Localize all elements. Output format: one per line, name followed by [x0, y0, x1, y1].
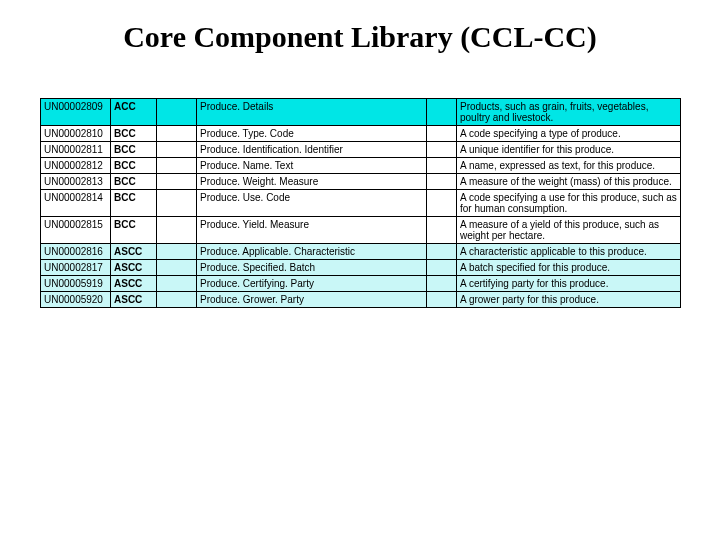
cell-empty-b — [427, 174, 457, 190]
table-row: UN00002814BCCProduce. Use. CodeA code sp… — [41, 190, 681, 217]
cell-description: A characteristic applicable to this prod… — [457, 244, 681, 260]
cell-id: UN00002815 — [41, 217, 111, 244]
cell-description: A grower party for this produce. — [457, 292, 681, 308]
cell-empty-b — [427, 292, 457, 308]
cell-empty-b — [427, 99, 457, 126]
cell-name: Produce. Details — [197, 99, 427, 126]
cell-id: UN00002809 — [41, 99, 111, 126]
cell-id: UN00002811 — [41, 142, 111, 158]
cell-empty-a — [157, 276, 197, 292]
cell-empty-a — [157, 174, 197, 190]
table-container: UN00002809ACCProduce. DetailsProducts, s… — [40, 98, 680, 308]
cell-empty-a — [157, 142, 197, 158]
table-row: UN00002809ACCProduce. DetailsProducts, s… — [41, 99, 681, 126]
cell-description: A measure of a yield of this produce, su… — [457, 217, 681, 244]
cell-empty-a — [157, 260, 197, 276]
table-row: UN00002810BCCProduce. Type. CodeA code s… — [41, 126, 681, 142]
cell-id: UN00002810 — [41, 126, 111, 142]
cell-code: ASCC — [111, 244, 157, 260]
cell-code: BCC — [111, 142, 157, 158]
cell-code: ASCC — [111, 292, 157, 308]
cell-name: Produce. Use. Code — [197, 190, 427, 217]
cell-description: A code specifying a type of produce. — [457, 126, 681, 142]
cell-description: A certifying party for this produce. — [457, 276, 681, 292]
cell-code: BCC — [111, 217, 157, 244]
cell-description: A measure of the weight (mass) of this p… — [457, 174, 681, 190]
table-row: UN00005920ASCCProduce. Grower. PartyA gr… — [41, 292, 681, 308]
cell-id: UN00005920 — [41, 292, 111, 308]
cell-empty-a — [157, 190, 197, 217]
cell-id: UN00002813 — [41, 174, 111, 190]
cell-description: Products, such as grain, fruits, vegetab… — [457, 99, 681, 126]
cell-id: UN00002816 — [41, 244, 111, 260]
cell-empty-b — [427, 260, 457, 276]
cell-description: A name, expressed as text, for this prod… — [457, 158, 681, 174]
cell-name: Produce. Weight. Measure — [197, 174, 427, 190]
cell-empty-b — [427, 158, 457, 174]
table-row: UN00002817ASCCProduce. Specified. BatchA… — [41, 260, 681, 276]
cell-empty-a — [157, 126, 197, 142]
table-row: UN00002812BCCProduce. Name. TextA name, … — [41, 158, 681, 174]
cell-name: Produce. Identification. Identifier — [197, 142, 427, 158]
cell-name: Produce. Type. Code — [197, 126, 427, 142]
cell-empty-b — [427, 142, 457, 158]
slide: Core Component Library (CCL-CC) UN000028… — [0, 0, 720, 540]
cell-empty-a — [157, 244, 197, 260]
ccl-table: UN00002809ACCProduce. DetailsProducts, s… — [40, 98, 681, 308]
table-row: UN00002815BCCProduce. Yield. MeasureA me… — [41, 217, 681, 244]
cell-name: Produce. Applicable. Characteristic — [197, 244, 427, 260]
cell-code: ASCC — [111, 276, 157, 292]
cell-description: A batch specified for this produce. — [457, 260, 681, 276]
table-row: UN00002816ASCCProduce. Applicable. Chara… — [41, 244, 681, 260]
cell-empty-b — [427, 276, 457, 292]
cell-name: Produce. Specified. Batch — [197, 260, 427, 276]
cell-name: Produce. Grower. Party — [197, 292, 427, 308]
cell-id: UN00005919 — [41, 276, 111, 292]
cell-id: UN00002817 — [41, 260, 111, 276]
cell-name: Produce. Yield. Measure — [197, 217, 427, 244]
cell-empty-a — [157, 217, 197, 244]
table-row: UN00002813BCCProduce. Weight. MeasureA m… — [41, 174, 681, 190]
cell-code: ASCC — [111, 260, 157, 276]
cell-description: A unique identifier for this produce. — [457, 142, 681, 158]
cell-empty-a — [157, 292, 197, 308]
cell-empty-b — [427, 217, 457, 244]
cell-empty-b — [427, 244, 457, 260]
cell-empty-b — [427, 126, 457, 142]
cell-description: A code specifying a use for this produce… — [457, 190, 681, 217]
cell-code: ACC — [111, 99, 157, 126]
cell-code: BCC — [111, 174, 157, 190]
page-title: Core Component Library (CCL-CC) — [0, 20, 720, 54]
cell-code: BCC — [111, 126, 157, 142]
cell-id: UN00002814 — [41, 190, 111, 217]
cell-name: Produce. Name. Text — [197, 158, 427, 174]
cell-code: BCC — [111, 190, 157, 217]
cell-name: Produce. Certifying. Party — [197, 276, 427, 292]
cell-empty-b — [427, 190, 457, 217]
cell-code: BCC — [111, 158, 157, 174]
cell-empty-a — [157, 99, 197, 126]
cell-id: UN00002812 — [41, 158, 111, 174]
table-row: UN00002811BCCProduce. Identification. Id… — [41, 142, 681, 158]
table-row: UN00005919ASCCProduce. Certifying. Party… — [41, 276, 681, 292]
cell-empty-a — [157, 158, 197, 174]
